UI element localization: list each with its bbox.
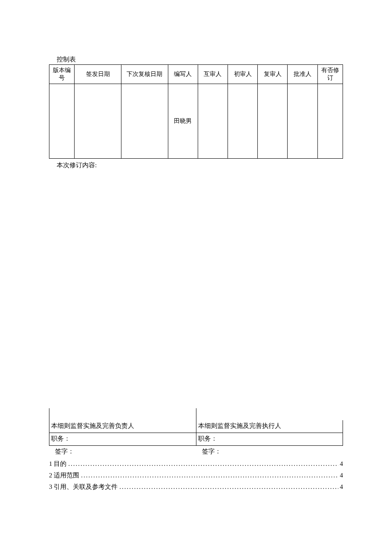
td-writer: 田晓男: [168, 84, 198, 159]
toc-dots: [119, 481, 338, 493]
sig-left-sign-label: 签字：: [49, 446, 196, 457]
td-initial-reviewer: [228, 84, 258, 159]
table-of-contents: 1 目的 4 2 适用范围 4 3 引用、关联及参考文件 4: [49, 458, 343, 493]
control-table-label: 控制表: [57, 55, 343, 64]
blank-spacer: [49, 169, 343, 408]
toc-item-page: 4: [338, 481, 343, 493]
sig-right-top-border: [196, 408, 343, 420]
signature-right-column: 本细则监督实施及完善执行人 职务： 签字：: [196, 408, 343, 457]
td-next-review-date: [121, 84, 168, 159]
toc-item: 3 引用、关联及参考文件 4: [49, 481, 343, 493]
document-page: 控制表 版本编号 签发日期 下次复核日期 编写人 互审人 初审人 复审人 批准人…: [0, 0, 392, 518]
sig-right-sign-label: 签字：: [196, 446, 343, 457]
sig-left-role-label: 职务：: [49, 433, 196, 446]
table-row: 田晓男: [49, 84, 343, 159]
toc-item-label: 1 目的: [49, 458, 68, 470]
td-has-revision: [317, 84, 343, 159]
th-writer: 编写人: [168, 65, 198, 84]
th-mutual-reviewer: 互审人: [198, 65, 228, 84]
toc-item: 1 目的 4: [49, 458, 343, 470]
th-version-no: 版本编号: [49, 65, 75, 84]
th-initial-reviewer: 初审人: [228, 65, 258, 84]
toc-item: 2 适用范围 4: [49, 470, 343, 481]
td-issue-date: [75, 84, 121, 159]
toc-item-label: 3 引用、关联及参考文件: [49, 481, 119, 493]
td-re-reviewer: [258, 84, 288, 159]
control-table: 版本编号 签发日期 下次复核日期 编写人 互审人 初审人 复审人 批准人 有否修…: [49, 64, 343, 159]
sig-left-title: 本细则监督实施及完善负责人: [49, 420, 196, 433]
toc-dots: [68, 458, 338, 470]
th-approver: 批准人: [288, 65, 317, 84]
td-version-no: [49, 84, 75, 159]
toc-item-label: 2 适用范围: [49, 470, 81, 481]
th-has-revision: 有否修订: [317, 65, 343, 84]
sig-left-top-border: [49, 408, 196, 420]
sig-right-role-label: 职务：: [196, 433, 343, 446]
toc-item-page: 4: [338, 458, 343, 470]
td-approver: [288, 84, 317, 159]
signature-block: 本细则监督实施及完善负责人 职务： 签字： 本细则监督实施及完善执行人 职务： …: [49, 408, 343, 457]
signature-left-column: 本细则监督实施及完善负责人 职务： 签字：: [49, 408, 196, 457]
th-next-review-date: 下次复核日期: [121, 65, 168, 84]
sig-right-title: 本细则监督实施及完善执行人: [196, 420, 343, 433]
td-mutual-reviewer: [198, 84, 228, 159]
table-header-row: 版本编号 签发日期 下次复核日期 编写人 互审人 初审人 复审人 批准人 有否修…: [49, 65, 343, 84]
th-issue-date: 签发日期: [75, 65, 121, 84]
toc-item-page: 4: [338, 470, 343, 481]
toc-dots: [81, 470, 338, 481]
revision-content-label: 本次修订内容:: [57, 161, 343, 169]
th-re-reviewer: 复审人: [258, 65, 288, 84]
